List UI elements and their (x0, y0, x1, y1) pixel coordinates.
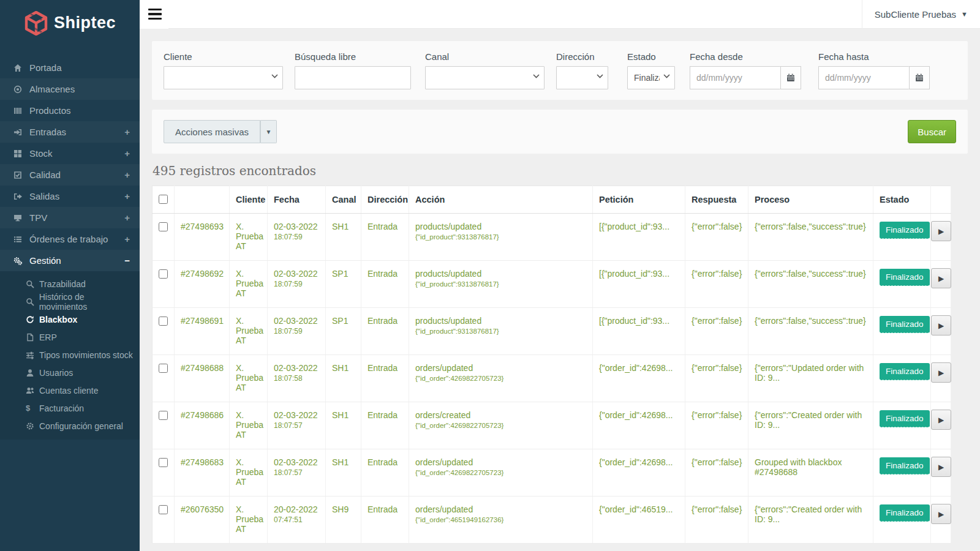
cell-estado: Finalizado (873, 449, 931, 497)
results-count: 495 registros encontrados (153, 163, 968, 178)
plus-icon: + (124, 212, 130, 223)
grid-icon (13, 149, 29, 158)
play-button[interactable]: ▶ (931, 457, 951, 477)
play-button[interactable]: ▶ (931, 362, 951, 383)
column-header-acci-n: Acción (409, 186, 593, 214)
cell-fecha: 02-03-202218:07:57 (268, 449, 326, 497)
table-row: #26076350X. Prueba AT20-02-202207:47:51S… (153, 497, 951, 544)
play-button[interactable]: ▶ (931, 315, 951, 335)
cliente-select[interactable] (164, 66, 283, 89)
sidebar-item-gesti-n[interactable]: Gestión − (0, 250, 140, 271)
bulk-actions-caret-icon[interactable]: ▼ (260, 120, 277, 143)
sidebar-item--rdenes-de-trabajo[interactable]: Órdenes de trabajo + (0, 228, 140, 250)
table-row: #27498691X. Prueba AT02-03-202218:07:59S… (153, 308, 951, 355)
submenu-item-label: Usuarios (39, 368, 73, 378)
shiptec-cube-icon (24, 11, 48, 36)
cell-checkbox (153, 214, 175, 261)
sidebar-item-productos[interactable]: Productos (0, 100, 140, 121)
cell-direccion: Entrada (361, 308, 409, 355)
submenu-item-erp[interactable]: ERP (0, 328, 140, 346)
row-checkbox[interactable] (159, 269, 168, 279)
bulk-actions-button[interactable]: Acciones masivas (164, 120, 260, 143)
column-header-blank (153, 186, 175, 214)
user-menu[interactable]: SubCliente Pruebas ▼ (862, 0, 980, 29)
submenu-item-hist-rico-de-movimientos[interactable]: Histórico de movimientos (0, 293, 140, 310)
cell-fecha: 02-03-202218:07:59 (268, 261, 326, 308)
direccion-select[interactable] (556, 66, 608, 89)
plus-icon: + (124, 127, 130, 137)
cell-checkbox (153, 261, 175, 308)
row-checkbox[interactable] (159, 222, 168, 231)
row-checkbox[interactable] (159, 458, 168, 467)
submenu-item-tipos-movimientos-stock[interactable]: Tipos movimientos stock (0, 346, 140, 364)
calendar-icon (915, 73, 924, 82)
select-all-checkbox[interactable] (159, 195, 168, 204)
busqueda-input[interactable] (295, 66, 411, 89)
cell-respuesta: {"error":false} (685, 261, 748, 308)
submenu-item-configuraci-n-general[interactable]: Configuración general (0, 417, 140, 435)
submenu-item-label: ERP (39, 332, 57, 342)
column-header-proceso: Proceso (748, 186, 873, 214)
canal-select[interactable] (425, 66, 545, 89)
status-badge: Finalizado (880, 316, 930, 333)
play-button[interactable]: ▶ (931, 221, 951, 241)
caret-down-icon: ▼ (961, 10, 968, 18)
hamburger-menu-icon[interactable] (140, 0, 168, 29)
cell-checkbox (153, 497, 175, 544)
sidebar-item-portada[interactable]: Portada (0, 57, 140, 78)
filter-fecha-desde: Fecha desde (690, 51, 801, 89)
cell-id: #26076350 (175, 497, 230, 544)
cell-id: #27498692 (175, 261, 230, 308)
play-button[interactable]: ▶ (931, 504, 951, 524)
sidebar-item-stock[interactable]: Stock + (0, 143, 140, 164)
cell-canal: SH1 (326, 355, 361, 402)
filter-cliente: Cliente (164, 51, 283, 89)
cell-respuesta: {"error":false} (685, 355, 748, 402)
sidebar-item-almacenes[interactable]: Almacenes (0, 78, 140, 100)
brand-name: Shiptec (54, 13, 116, 32)
column-header-cliente: Cliente (230, 186, 268, 214)
cell-canal: SH1 (326, 402, 361, 449)
fecha-desde-input[interactable] (690, 66, 780, 89)
cell-peticion: [{"product_id":93... (593, 308, 685, 355)
submenu-item-trazabilidad[interactable]: Trazabilidad (0, 275, 140, 293)
column-header-estado: Estado (873, 186, 931, 214)
sidebar-item-label: Entradas (29, 127, 124, 137)
sidebar-item-tpv[interactable]: TPV + (0, 207, 140, 228)
cell-estado: Finalizado (873, 355, 931, 402)
cell-actions: ▶ (931, 497, 951, 544)
file-icon (26, 333, 39, 342)
row-checkbox[interactable] (159, 505, 168, 514)
search-button[interactable]: Buscar (908, 120, 956, 143)
play-icon: ▶ (938, 321, 944, 330)
cell-checkbox (153, 449, 175, 497)
submenu-item-cuentas-cliente[interactable]: Cuentas cliente (0, 381, 140, 399)
row-checkbox[interactable] (159, 411, 168, 420)
calendar-button[interactable] (780, 66, 801, 89)
play-button[interactable]: ▶ (931, 410, 951, 430)
cell-respuesta: {"error":false} (685, 308, 748, 355)
sidebar-item-calidad[interactable]: Calidad + (0, 164, 140, 186)
estado-select[interactable]: Finalizado (627, 66, 675, 89)
play-icon: ▶ (938, 463, 944, 471)
cell-respuesta: {"error":false} (685, 449, 748, 497)
cell-proceso: {"errors":false,"success":true} (748, 308, 873, 355)
row-checkbox[interactable] (159, 364, 168, 373)
brand-logo: Shiptec (0, 0, 140, 46)
cell-proceso: {"errors":false,"success":true} (748, 261, 873, 308)
sidebar-item-entradas[interactable]: Entradas + (0, 121, 140, 143)
cell-respuesta: {"error":false} (685, 214, 748, 261)
row-checkbox[interactable] (159, 317, 168, 326)
filter-direccion-label: Dirección (556, 51, 608, 62)
submenu-item-usuarios[interactable]: Usuarios (0, 364, 140, 381)
filter-canal-label: Canal (425, 51, 545, 62)
play-button[interactable]: ▶ (931, 268, 951, 288)
sidebar-item-salidas[interactable]: Salidas + (0, 186, 140, 207)
submenu-item-facturaci-n[interactable]: $Facturación (0, 399, 140, 417)
cell-direccion: Entrada (361, 261, 409, 308)
calendar-button[interactable] (909, 66, 930, 89)
plus-icon: + (124, 170, 130, 180)
cell-accion: orders/updated{"id_order":4269822705723} (409, 355, 593, 402)
fecha-hasta-input[interactable] (818, 66, 909, 89)
submenu-item-blackbox[interactable]: Blackbox (0, 310, 140, 328)
